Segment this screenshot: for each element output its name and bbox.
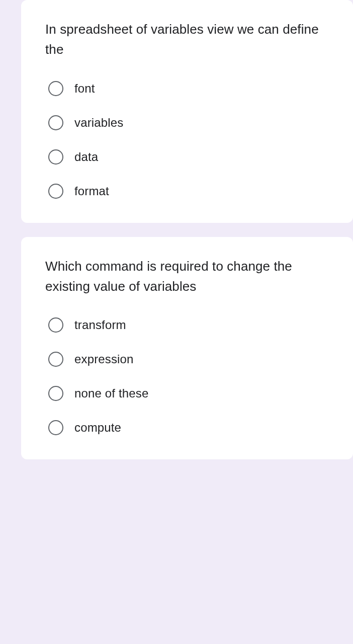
option-label: font	[74, 82, 95, 96]
option-label: variables	[74, 116, 123, 130]
option-row[interactable]: none of these	[48, 386, 329, 401]
option-label: transform	[74, 318, 126, 332]
radio-icon[interactable]	[48, 317, 63, 333]
radio-icon[interactable]	[48, 386, 63, 401]
options-group: font variables data format	[45, 81, 329, 199]
question-text: In spreadsheet of variables view we can …	[45, 19, 329, 60]
option-row[interactable]: compute	[48, 420, 329, 435]
options-group: transform expression none of these compu…	[45, 317, 329, 435]
radio-icon[interactable]	[48, 149, 63, 165]
option-label: compute	[74, 421, 121, 435]
question-card: In spreadsheet of variables view we can …	[21, 0, 353, 223]
option-row[interactable]: format	[48, 184, 329, 199]
radio-icon[interactable]	[48, 184, 63, 199]
option-row[interactable]: data	[48, 149, 329, 165]
option-label: format	[74, 184, 109, 198]
option-row[interactable]: transform	[48, 317, 329, 333]
option-row[interactable]: variables	[48, 115, 329, 130]
option-row[interactable]: expression	[48, 352, 329, 367]
question-text: Which command is required to change the …	[45, 256, 329, 297]
radio-icon[interactable]	[48, 81, 63, 96]
option-label: none of these	[74, 386, 148, 400]
radio-icon[interactable]	[48, 115, 63, 130]
radio-icon[interactable]	[48, 352, 63, 367]
radio-icon[interactable]	[48, 420, 63, 435]
option-label: expression	[74, 352, 134, 366]
question-card: Which command is required to change the …	[21, 237, 353, 460]
option-label: data	[74, 150, 98, 164]
option-row[interactable]: font	[48, 81, 329, 96]
